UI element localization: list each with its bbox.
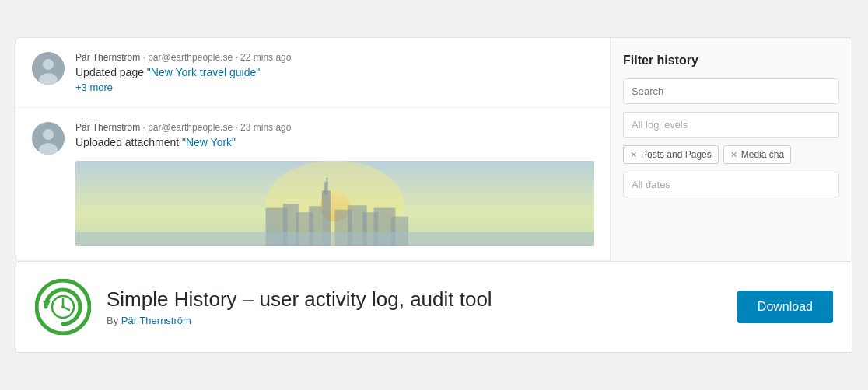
svg-point-4 [43, 129, 54, 140]
filter-title: Filter history [623, 54, 839, 68]
entry-text-1: Updated page "New York travel guide" [75, 66, 291, 78]
filter-panel: Filter history All log levels ✕ Posts an… [611, 38, 852, 261]
plugin-icon [35, 279, 91, 335]
tag-media-cha[interactable]: ✕ Media cha [723, 145, 791, 164]
svg-rect-21 [75, 232, 594, 246]
bottom-card: Simple History – user activity log, audi… [16, 262, 852, 353]
activity-entry-1: Pär Thernström · par@earthpeople.se · 22… [16, 38, 610, 108]
entry-time-1: 22 mins ago [240, 52, 291, 63]
entry-before-2: Uploaded attachment [75, 136, 182, 148]
entry-content-1: Pär Thernström · par@earthpeople.se · 22… [75, 52, 291, 93]
svg-point-1 [43, 59, 54, 70]
entry-meta-1: Pär Thernström · par@earthpeople.se · 22… [75, 52, 291, 63]
top-card: Pär Thernström · par@earthpeople.se · 22… [16, 37, 852, 262]
plugin-page: Pär Thernström · par@earthpeople.se · 22… [16, 37, 852, 353]
tag-posts-pages[interactable]: ✕ Posts and Pages [623, 145, 719, 164]
plugin-name: Simple History – user activity log, audi… [107, 287, 492, 312]
author-link[interactable]: Pär Thernström [121, 315, 191, 326]
entry-before-1: Updated page [75, 66, 147, 78]
entry-link-1[interactable]: "New York travel guide" [147, 66, 260, 78]
activity-entry-2: Pär Thernström · par@earthpeople.se · 23… [16, 108, 610, 261]
entry-time-2: 23 mins ago [240, 122, 291, 133]
plugin-text: Simple History – user activity log, audi… [107, 287, 492, 326]
tag-label-2: Media cha [741, 149, 784, 160]
entry-email-1: par@earthpeople.se [148, 52, 233, 63]
svg-point-27 [61, 305, 65, 308]
author-prefix: By [107, 315, 121, 326]
tag-x-icon-2[interactable]: ✕ [730, 150, 737, 160]
dates-field: All dates [623, 172, 839, 197]
entry-meta-2: Pär Thernström · par@earthpeople.se · 23… [75, 122, 291, 133]
svg-rect-11 [326, 178, 327, 185]
search-input[interactable] [623, 78, 839, 104]
download-button[interactable]: Download [737, 291, 833, 323]
entry-link-2[interactable]: "New York" [182, 136, 236, 148]
tag-x-icon[interactable]: ✕ [630, 150, 637, 160]
plugin-author: By Pär Thernström [107, 315, 492, 326]
activity-panel: Pär Thernström · par@earthpeople.se · 22… [16, 38, 611, 261]
log-levels-select[interactable]: All log levels [623, 112, 839, 138]
avatar-2 [32, 122, 65, 155]
avatar-1 [32, 52, 65, 85]
entry-text-2: Uploaded attachment "New York" [75, 136, 291, 148]
svg-marker-23 [43, 301, 51, 308]
attachment-image [75, 161, 594, 246]
entry-email-2: par@earthpeople.se [148, 122, 233, 133]
plugin-info: Simple History – user activity log, audi… [35, 279, 492, 335]
entry-more-1[interactable]: +3 more [75, 82, 291, 93]
entry-user-1: Pär Thernström [75, 52, 140, 63]
tag-label-1: Posts and Pages [641, 149, 712, 160]
entry-content-2: Pär Thernström · par@earthpeople.se · 23… [75, 122, 291, 148]
filter-tags: ✕ Posts and Pages ✕ Media cha [623, 145, 839, 164]
entry-user-2: Pär Thernström [75, 122, 140, 133]
